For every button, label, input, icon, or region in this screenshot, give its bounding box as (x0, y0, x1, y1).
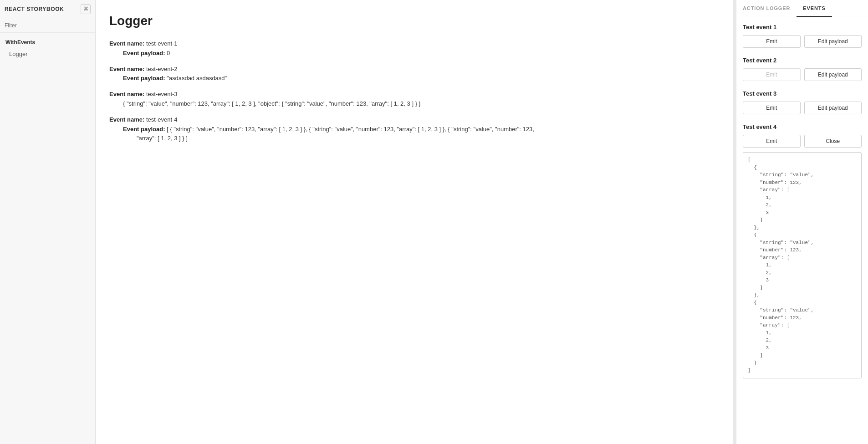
event-name-value-3: test-event-3 (146, 91, 178, 97)
sidebar-shortcut: ⌘ (81, 4, 91, 14)
event-payload-value-4b: "array": [ 1, 2, 3 ] } ] (137, 135, 188, 142)
event-buttons-2: Emit Edit payload (743, 68, 862, 81)
emit-button-4[interactable]: Emit (743, 135, 801, 148)
right-panel: ACTION LOGGER EVENTS Test event 1 Emit E… (736, 0, 868, 444)
emit-button-1[interactable]: Emit (743, 35, 801, 48)
event-name-value-1: test-event-1 (146, 40, 178, 47)
sidebar-filter-container (0, 18, 95, 33)
event-log-2: Event name: test-event-2 Event payload: … (109, 65, 720, 84)
event-buttons-4: Emit Close (743, 135, 862, 148)
event-log-4: Event name: test-event-4 Event payload: … (109, 115, 720, 143)
event-log-3: Event name: test-event-3 { "string": "va… (109, 90, 720, 109)
event-section-title-2: Test event 2 (743, 57, 862, 64)
tab-action-logger[interactable]: ACTION LOGGER (736, 0, 797, 17)
edit-payload-button-1[interactable]: Edit payload (804, 35, 862, 48)
close-button-4[interactable]: Close (804, 135, 862, 148)
event-payload-label-4: Event payload: (123, 126, 165, 133)
nav-group-withevents[interactable]: WithEvents (0, 36, 95, 48)
event-name-label-1: Event name: (109, 40, 144, 47)
event-name-value-4: test-event-4 (146, 116, 178, 123)
event-name-label-3: Event name: (109, 91, 144, 97)
event-section-title-3: Test event 3 (743, 90, 862, 97)
event-buttons-3: Emit Edit payload (743, 102, 862, 114)
filter-input[interactable] (5, 22, 91, 29)
main-content: Logger Event name: test-event-1 Event pa… (96, 0, 733, 444)
event-buttons-1: Emit Edit payload (743, 35, 862, 48)
event-name-value-2: test-event-2 (146, 66, 178, 72)
right-panel-body: Test event 1 Emit Edit payload Test even… (736, 17, 868, 444)
event-section-3: Test event 3 Emit Edit payload (743, 90, 862, 114)
event-name-label-2: Event name: (109, 66, 144, 72)
edit-payload-button-3[interactable]: Edit payload (804, 102, 862, 114)
right-panel-tabs: ACTION LOGGER EVENTS (736, 0, 868, 17)
event-section-title-4: Test event 4 (743, 123, 862, 130)
event-section-2: Test event 2 Emit Edit payload (743, 57, 862, 81)
event-payload-value-2: "asdasdad asdasdasd" (167, 75, 227, 82)
event-section-4: Test event 4 Emit Close [ { "string": "v… (743, 123, 862, 378)
tab-events[interactable]: EVENTS (797, 0, 832, 17)
event-section-1: Test event 1 Emit Edit payload (743, 24, 862, 48)
event-payload-value-3: { "string": "value", "number": 123, "arr… (123, 100, 421, 107)
event-section-title-1: Test event 1 (743, 24, 862, 31)
event-payload-label-2: Event payload: (123, 75, 165, 82)
event-name-label-4: Event name: (109, 116, 144, 123)
sidebar-nav: WithEvents Logger (0, 33, 95, 444)
emit-button-3[interactable]: Emit (743, 102, 801, 114)
event-payload-value-1: 0 (167, 50, 170, 56)
payload-editor-4[interactable]: [ { "string": "value", "number": 123, "a… (743, 152, 862, 378)
sidebar-header: REACT Storybook ⌘ (0, 0, 95, 18)
sidebar-title: REACT Storybook (5, 6, 77, 12)
page-title: Logger (109, 14, 720, 28)
sidebar: REACT Storybook ⌘ WithEvents Logger (0, 0, 96, 444)
event-log-1: Event name: test-event-1 Event payload: … (109, 39, 720, 58)
edit-payload-button-2[interactable]: Edit payload (804, 68, 862, 81)
emit-button-2[interactable]: Emit (743, 68, 801, 81)
content-area: Logger Event name: test-event-1 Event pa… (96, 0, 733, 444)
event-payload-label-1: Event payload: (123, 50, 165, 56)
nav-item-logger[interactable]: Logger (0, 48, 95, 60)
event-payload-value-4: [ { "string": "value", "number": 123, "a… (167, 126, 534, 133)
